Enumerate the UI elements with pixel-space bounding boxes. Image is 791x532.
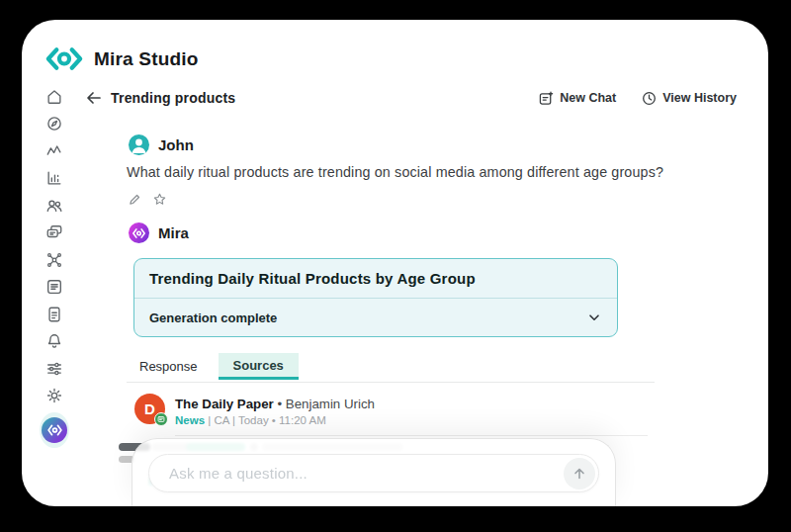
tab-response[interactable]: Response [127, 353, 211, 380]
user-message-header: John [129, 134, 194, 155]
source-meta-rest: | CA | Today • 11:20 AM [208, 414, 326, 426]
message-actions [129, 193, 166, 206]
sidebar-item-home[interactable] [40, 83, 69, 111]
users-icon [45, 197, 63, 215]
app-window: Mira Studio Trending products [22, 20, 768, 506]
assistant-name: Mira [158, 224, 189, 241]
tabs: Response Sources [127, 353, 299, 380]
document-icon [45, 306, 63, 323]
user-avatar [129, 134, 149, 155]
view-history-label: View History [662, 91, 737, 105]
sidebar-item-documents[interactable] [40, 301, 69, 328]
source-author: • Benjamin Urich [277, 397, 375, 411]
generation-status-text: Generation complete [149, 310, 277, 325]
edit-icon[interactable] [129, 193, 141, 206]
activity-icon [45, 142, 63, 160]
send-button[interactable] [564, 458, 595, 489]
tab-sources[interactable]: Sources [219, 353, 299, 380]
question-input[interactable] [149, 465, 564, 482]
brand-name: Mira Studio [94, 48, 199, 70]
sidebar-item-settings[interactable] [40, 383, 69, 410]
sidebar-item-trends[interactable] [40, 137, 69, 165]
chevron-down-icon [586, 310, 602, 325]
sidebar-item-explore[interactable] [40, 111, 69, 138]
assistant-avatar [129, 222, 149, 243]
sidebar-item-notifications[interactable] [40, 328, 69, 356]
generation-card-title-row: Trending Daily Ritual Products by Age Gr… [134, 259, 617, 298]
chat-bubbles-icon [45, 223, 63, 241]
sidebar-item-preferences[interactable] [40, 355, 69, 383]
composer-input-container [148, 454, 599, 492]
mira-logo-icon [44, 45, 84, 72]
header-actions: New Chat View History [539, 91, 737, 106]
source-publisher: The Daily Paper [175, 397, 274, 411]
sliders-icon [45, 360, 63, 378]
composer-panel [132, 438, 616, 506]
bar-chart-icon [45, 169, 63, 187]
source-meta: News | CA | Today • 11:20 AM [175, 414, 375, 426]
home-icon [45, 88, 63, 106]
back-button[interactable] [83, 87, 105, 109]
gear-icon [45, 387, 63, 404]
source-text-block: The Daily Paper • Benjamin Urich News | … [175, 394, 375, 426]
generation-card: Trending Daily Ritual Products by Age Gr… [133, 258, 618, 337]
network-icon [45, 251, 63, 269]
assistant-message-header: Mira [129, 222, 189, 243]
star-icon[interactable] [153, 193, 166, 206]
mira-badge-glow [40, 412, 69, 448]
sidebar-item-conversations[interactable] [40, 220, 69, 247]
generation-status-toggle[interactable]: Generation complete [134, 299, 617, 336]
header: Trending products New Chat View History [83, 85, 737, 111]
tabs-divider [127, 382, 655, 383]
page-title: Trending products [111, 90, 235, 106]
bell-icon [45, 332, 63, 350]
generation-card-title: Trending Daily Ritual Products by Age Gr… [149, 270, 476, 287]
new-chat-icon [539, 91, 554, 106]
sidebar-item-mira-assistant[interactable] [40, 409, 69, 449]
article-icon [45, 278, 63, 296]
user-name: John [158, 136, 194, 153]
sidebar-item-audiences[interactable] [40, 192, 69, 220]
user-message-text: What daily ritual products are trending … [127, 164, 730, 180]
arrow-up-icon [571, 466, 587, 482]
sidebar [40, 83, 69, 449]
source-publisher-avatar: D [134, 394, 165, 424]
back-arrow-icon [85, 89, 103, 107]
source-avatar-letter: D [144, 400, 155, 417]
source-list-item[interactable]: D The Daily Paper • Benjamin Urich News … [134, 394, 375, 426]
source-divider [175, 435, 648, 436]
compass-icon [45, 115, 63, 133]
sidebar-item-analytics[interactable] [40, 165, 69, 193]
mira-badge-icon [42, 417, 67, 443]
brand: Mira Studio [44, 45, 199, 72]
new-chat-button[interactable]: New Chat [539, 91, 616, 106]
sidebar-item-articles[interactable] [40, 274, 69, 302]
view-history-button[interactable]: View History [642, 91, 737, 106]
source-tag: News [175, 414, 205, 426]
source-title: The Daily Paper • Benjamin Urich [175, 397, 375, 411]
clock-icon [642, 91, 657, 106]
sidebar-item-network[interactable] [40, 246, 69, 274]
news-badge-icon [154, 412, 168, 426]
new-chat-label: New Chat [560, 91, 616, 105]
